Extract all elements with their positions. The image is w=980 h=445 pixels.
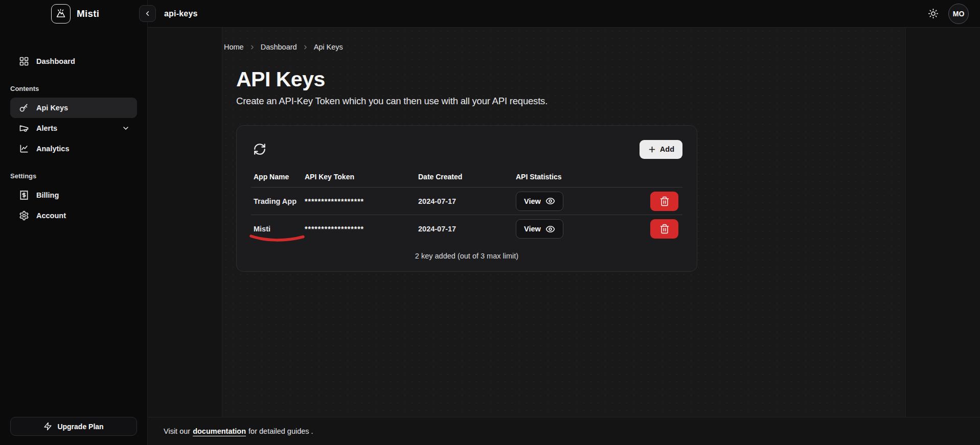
sidebar-section-settings: Settings [10,172,137,180]
eye-icon [545,196,555,206]
plus-icon [648,145,656,154]
sidebar-item-label: Api Keys [36,104,68,112]
trash-icon [659,224,670,234]
refresh-button[interactable] [251,140,268,158]
app-logo: Misti [0,0,147,28]
sidebar-item-label: Analytics [36,145,69,153]
cell-api-key-token: ****************** [305,225,418,233]
view-statistics-button[interactable]: View [516,219,563,239]
megaphone-icon [19,123,29,133]
view-button-label: View [524,197,541,205]
sidebar-collapse-button[interactable] [139,5,156,22]
page-route-title: api-keys [164,9,198,18]
sidebar-item-api-keys[interactable]: Api Keys [10,98,137,118]
sidebar-section-contents: Contents [10,85,137,92]
chevron-right-icon [249,44,256,51]
cell-app-name: Misti [254,225,270,233]
red-underline-annotation [249,234,305,242]
delete-key-button[interactable] [650,219,678,239]
chevron-right-icon [302,44,309,51]
eye-icon [545,224,555,234]
receipt-icon [19,190,29,200]
chevron-left-icon [144,10,151,17]
api-keys-card: Add App Name API Key Token Date Created … [236,125,697,272]
upgrade-plan-label: Upgrade Plan [57,423,103,431]
mountain-logo-icon [51,4,71,24]
table-row: Misti ****************** 2024-07-17 View [251,215,682,243]
cell-app-name: Trading App [254,197,305,205]
upgrade-plan-button[interactable]: Upgrade Plan [10,417,137,436]
sidebar-item-label: Dashboard [36,57,75,65]
sidebar-item-dashboard[interactable]: Dashboard [10,51,137,72]
gear-icon [19,210,29,221]
key-icon [19,103,29,113]
breadcrumb-home[interactable]: Home [224,43,244,51]
main-content: Home Dashboard Api Keys API Keys Create … [148,28,980,417]
sidebar-item-billing[interactable]: Billing [10,185,137,205]
sidebar-item-account[interactable]: Account [10,205,137,226]
cell-date-created: 2024-07-17 [418,225,516,233]
lightning-icon [43,422,52,431]
grid-icon [19,56,29,66]
cell-api-key-token: ****************** [305,197,418,205]
api-keys-table: App Name API Key Token Date Created API … [251,173,682,261]
sidebar-item-label: Account [36,212,66,220]
breadcrumb-api-keys[interactable]: Api Keys [314,43,343,51]
sidebar-item-label: Alerts [36,124,57,132]
page-subtitle: Create an API-Key Token which you can th… [236,96,905,107]
theme-toggle-button[interactable] [923,4,943,24]
footer-text-suffix: for detailed guides . [248,427,313,435]
top-header: api-keys MO [148,0,980,28]
footer-text-prefix: Visit our [164,427,190,435]
add-button-label: Add [660,145,674,153]
key-count-summary: 2 key added (out of 3 max limit) [251,243,682,261]
delete-key-button[interactable] [650,192,678,211]
column-header-date: Date Created [418,173,516,181]
sidebar-nav: Dashboard Contents Api Keys [0,28,147,226]
table-row: Trading App ****************** 2024-07-1… [251,188,682,215]
sidebar-item-analytics[interactable]: Analytics [10,138,137,159]
app-name: Misti [77,8,99,19]
documentation-link[interactable]: documentation [193,427,246,435]
add-key-button[interactable]: Add [640,140,682,159]
view-button-label: View [524,225,541,233]
view-statistics-button[interactable]: View [516,192,563,211]
trash-icon [659,196,670,206]
page-title: API Keys [236,67,905,91]
column-header-token: API Key Token [305,173,418,181]
column-header-app-name: App Name [254,173,305,181]
sun-icon [928,8,939,19]
sidebar-item-label: Billing [36,191,59,199]
chevron-down-icon [122,124,130,132]
cell-date-created: 2024-07-17 [418,197,516,205]
table-header-row: App Name API Key Token Date Created API … [251,173,682,188]
column-header-statistics: API Statistics [516,173,610,181]
sidebar: Misti Dashboard Contents Api Keys [0,0,148,445]
page-footer: Visit our documentation for detailed gui… [148,417,980,445]
user-avatar[interactable]: MO [948,4,969,24]
breadcrumb: Home Dashboard Api Keys [222,43,905,51]
refresh-icon [253,143,266,156]
breadcrumb-dashboard[interactable]: Dashboard [261,43,297,51]
sidebar-item-alerts[interactable]: Alerts [10,118,137,138]
line-chart-icon [19,144,29,154]
